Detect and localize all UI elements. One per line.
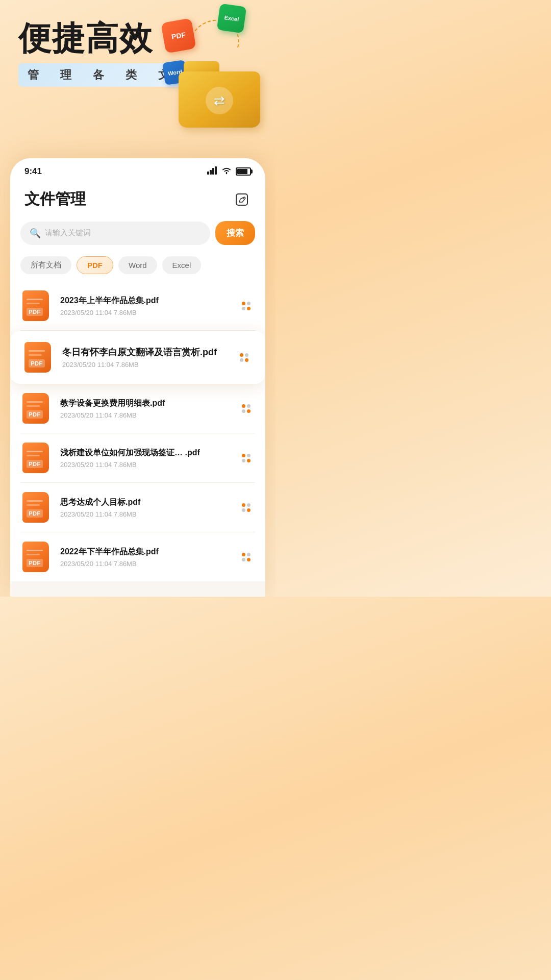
search-input-wrapper[interactable]: 🔍 请输入关键词 <box>20 222 210 245</box>
file-info: 2023年上半年作品总集.pdf 2023/05/20 11:04 7.86MB <box>60 296 230 316</box>
list-item[interactable]: PDF 教学设备更换费用明细表.pdf 2023/05/20 11:04 7.8… <box>20 384 255 433</box>
more-dots-icon <box>242 454 251 462</box>
file-icon-pdf: PDF <box>20 491 53 524</box>
file-list: PDF 2023年上半年作品总集.pdf 2023/05/20 11:04 7.… <box>10 281 265 581</box>
pdf-icon: PDF <box>20 491 53 524</box>
file-more-button[interactable] <box>237 399 255 418</box>
file-icon-pdf: PDF <box>20 442 53 474</box>
file-info: 教学设备更换费用明细表.pdf 2023/05/20 11:04 7.86MB <box>60 398 230 419</box>
pdf-icon: PDF <box>22 341 55 374</box>
pdf-badge-icon: PDF <box>161 18 196 54</box>
search-button[interactable]: 搜索 <box>215 221 255 245</box>
list-item[interactable]: PDF 2022年下半年作品总集.pdf 2023/05/20 11:04 7.… <box>20 532 255 581</box>
filter-tabs: 所有文档 PDF Word Excel <box>10 252 265 281</box>
file-more-button[interactable] <box>235 348 253 366</box>
list-item[interactable]: PDF 2023年上半年作品总集.pdf 2023/05/20 11:04 7.… <box>20 281 255 331</box>
app-header: 文件管理 <box>10 181 265 216</box>
file-more-button[interactable] <box>237 548 255 566</box>
search-icon: 🔍 <box>30 228 41 239</box>
signal-icon <box>207 166 217 177</box>
file-meta: 2023/05/20 11:04 7.86MB <box>60 411 230 419</box>
app-title: 文件管理 <box>24 189 86 210</box>
file-info: 2022年下半年作品总集.pdf 2023/05/20 11:04 7.86MB <box>60 547 230 568</box>
list-item-highlighted[interactable]: PDF 冬日有怀李白原文翻译及语言赏析.pdf 2023/05/20 11:04… <box>10 331 265 384</box>
pdf-icon: PDF <box>20 289 53 322</box>
file-name: 2022年下半年作品总集.pdf <box>60 547 230 557</box>
file-meta: 2023/05/20 11:04 7.86MB <box>60 560 230 568</box>
file-meta: 2023/05/20 11:04 7.86MB <box>60 510 230 518</box>
file-more-button[interactable] <box>237 449 255 467</box>
tab-excel[interactable]: Excel <box>162 256 202 274</box>
file-info: 思考达成个人目标.pdf 2023/05/20 11:04 7.86MB <box>60 497 230 518</box>
list-item[interactable]: PDF 浅析建设单位如何加强现场签证… .pdf 2023/05/20 11:0… <box>20 433 255 483</box>
file-meta: 2023/05/20 11:04 7.86MB <box>62 361 228 369</box>
svg-rect-0 <box>207 172 209 175</box>
more-dots-icon <box>242 404 251 413</box>
file-name: 冬日有怀李白原文翻译及语言赏析.pdf <box>62 346 228 358</box>
pdf-icon: PDF <box>20 541 53 573</box>
file-icon-pdf: PDF <box>22 341 55 374</box>
wifi-icon <box>221 166 232 177</box>
file-meta: 2023/05/20 11:04 7.86MB <box>60 309 230 316</box>
file-name: 2023年上半年作品总集.pdf <box>60 296 230 306</box>
battery-fill <box>237 169 247 174</box>
edit-icon[interactable] <box>233 190 251 209</box>
file-icon-pdf: PDF <box>20 392 53 425</box>
file-name: 教学设备更换费用明细表.pdf <box>60 398 230 409</box>
tab-all-docs[interactable]: 所有文档 <box>20 256 71 274</box>
folder-tab <box>184 61 219 72</box>
tab-word[interactable]: Word <box>118 256 157 274</box>
more-dots-icon <box>242 302 251 310</box>
file-name: 浅析建设单位如何加强现场签证… .pdf <box>60 448 230 458</box>
svg-rect-4 <box>236 194 247 205</box>
svg-rect-2 <box>212 168 214 175</box>
more-dots-icon <box>242 553 251 561</box>
status-time: 9:41 <box>24 166 42 177</box>
hero-illustration: PDF Excel Word ⇄ <box>153 5 265 133</box>
hero-section: 便捷高效 管 理 各 类 文 件 PDF Excel Word ⇄ <box>0 0 276 153</box>
pdf-icon: PDF <box>20 392 53 425</box>
pdf-icon: PDF <box>20 442 53 474</box>
file-icon-pdf: PDF <box>20 541 53 573</box>
status-bar: 9:41 <box>10 158 265 181</box>
svg-rect-1 <box>210 170 212 175</box>
search-container: 🔍 请输入关键词 搜索 <box>10 216 265 252</box>
file-icon-pdf: PDF <box>20 289 53 322</box>
svg-rect-3 <box>215 166 217 175</box>
excel-badge-icon: Excel <box>217 4 247 34</box>
more-dots-icon <box>242 503 251 512</box>
file-info: 冬日有怀李白原文翻译及语言赏析.pdf 2023/05/20 11:04 7.8… <box>62 346 228 369</box>
folder-body: ⇄ <box>179 71 260 128</box>
more-dots-icon <box>240 353 248 362</box>
list-item[interactable]: PDF 思考达成个人目标.pdf 2023/05/20 11:04 7.86MB <box>20 483 255 532</box>
folder-arrow-icon: ⇄ <box>206 87 233 114</box>
folder-illustration: ⇄ <box>179 61 260 128</box>
file-meta: 2023/05/20 11:04 7.86MB <box>60 461 230 469</box>
tab-pdf[interactable]: PDF <box>77 256 113 274</box>
file-info: 浅析建设单位如何加强现场签证… .pdf 2023/05/20 11:04 7.… <box>60 448 230 469</box>
phone-mockup: 9:41 文件管理 <box>10 158 265 597</box>
file-more-button[interactable] <box>237 297 255 315</box>
file-more-button[interactable] <box>237 498 255 517</box>
file-name: 思考达成个人目标.pdf <box>60 497 230 508</box>
battery-icon <box>236 167 251 176</box>
search-placeholder: 请输入关键词 <box>45 228 91 238</box>
status-icons <box>207 166 251 177</box>
